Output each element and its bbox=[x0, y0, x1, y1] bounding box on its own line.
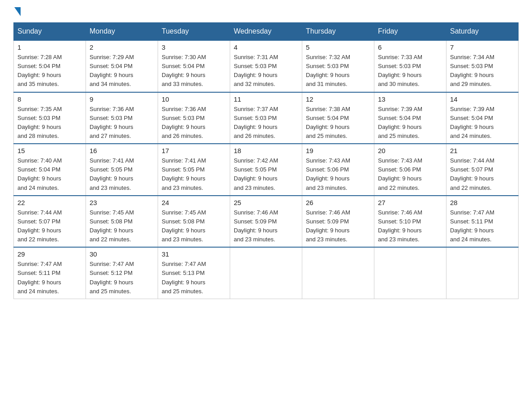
week-row-1: 1Sunrise: 7:28 AMSunset: 5:04 PMDaylight… bbox=[14, 40, 519, 92]
day-cell-4: 4Sunrise: 7:31 AMSunset: 5:03 PMDaylight… bbox=[230, 40, 302, 92]
day-cell-17: 17Sunrise: 7:41 AMSunset: 5:05 PMDayligh… bbox=[158, 144, 230, 196]
day-detail-29: Sunrise: 7:47 AMSunset: 5:11 PMDaylight:… bbox=[17, 260, 82, 296]
day-detail-26: Sunrise: 7:46 AMSunset: 5:09 PMDaylight:… bbox=[306, 208, 370, 244]
header-saturday: Saturday bbox=[446, 23, 519, 41]
day-cell-14: 14Sunrise: 7:39 AMSunset: 5:04 PMDayligh… bbox=[446, 92, 519, 144]
header-sunday: Sunday bbox=[14, 23, 86, 41]
day-cell-21: 21Sunrise: 7:44 AMSunset: 5:07 PMDayligh… bbox=[446, 144, 519, 196]
header-thursday: Thursday bbox=[302, 23, 374, 41]
day-cell-8: 8Sunrise: 7:35 AMSunset: 5:03 PMDaylight… bbox=[14, 92, 86, 144]
header-tuesday: Tuesday bbox=[158, 23, 230, 41]
day-detail-11: Sunrise: 7:37 AMSunset: 5:03 PMDaylight:… bbox=[234, 105, 298, 141]
day-number-25: 25 bbox=[234, 199, 298, 206]
day-cell-20: 20Sunrise: 7:43 AMSunset: 5:06 PMDayligh… bbox=[374, 144, 446, 196]
day-cell-13: 13Sunrise: 7:39 AMSunset: 5:04 PMDayligh… bbox=[374, 92, 446, 144]
day-cell-26: 26Sunrise: 7:46 AMSunset: 5:09 PMDayligh… bbox=[302, 196, 374, 248]
day-cell-16: 16Sunrise: 7:41 AMSunset: 5:05 PMDayligh… bbox=[86, 144, 158, 196]
empty-cell bbox=[302, 247, 374, 299]
day-detail-8: Sunrise: 7:35 AMSunset: 5:03 PMDaylight:… bbox=[17, 105, 82, 141]
day-number-23: 23 bbox=[90, 199, 154, 206]
day-number-29: 29 bbox=[17, 250, 82, 258]
header-monday: Monday bbox=[86, 23, 158, 41]
day-detail-19: Sunrise: 7:43 AMSunset: 5:06 PMDaylight:… bbox=[306, 156, 370, 193]
day-number-14: 14 bbox=[450, 95, 515, 103]
empty-cell bbox=[230, 247, 302, 299]
day-number-12: 12 bbox=[306, 95, 370, 103]
day-cell-22: 22Sunrise: 7:44 AMSunset: 5:07 PMDayligh… bbox=[14, 196, 86, 248]
day-detail-16: Sunrise: 7:41 AMSunset: 5:05 PMDaylight:… bbox=[90, 156, 154, 193]
day-number-11: 11 bbox=[234, 95, 298, 103]
day-detail-21: Sunrise: 7:44 AMSunset: 5:07 PMDaylight:… bbox=[450, 156, 515, 193]
day-detail-24: Sunrise: 7:45 AMSunset: 5:08 PMDaylight:… bbox=[162, 208, 226, 244]
day-number-10: 10 bbox=[162, 95, 226, 103]
day-cell-6: 6Sunrise: 7:33 AMSunset: 5:03 PMDaylight… bbox=[374, 40, 446, 92]
empty-cell bbox=[374, 247, 446, 299]
header-friday: Friday bbox=[374, 23, 446, 41]
week-row-3: 15Sunrise: 7:40 AMSunset: 5:04 PMDayligh… bbox=[14, 144, 519, 196]
day-cell-1: 1Sunrise: 7:28 AMSunset: 5:04 PMDaylight… bbox=[14, 40, 86, 92]
day-number-13: 13 bbox=[378, 95, 442, 103]
day-number-9: 9 bbox=[90, 95, 154, 103]
day-detail-12: Sunrise: 7:38 AMSunset: 5:04 PMDaylight:… bbox=[306, 105, 370, 141]
day-detail-10: Sunrise: 7:36 AMSunset: 5:03 PMDaylight:… bbox=[162, 105, 226, 141]
logo-general-text bbox=[13, 9, 21, 16]
day-cell-12: 12Sunrise: 7:38 AMSunset: 5:04 PMDayligh… bbox=[302, 92, 374, 144]
day-number-26: 26 bbox=[306, 199, 370, 206]
day-detail-7: Sunrise: 7:34 AMSunset: 5:03 PMDaylight:… bbox=[450, 53, 515, 89]
day-number-17: 17 bbox=[162, 147, 226, 154]
day-cell-28: 28Sunrise: 7:47 AMSunset: 5:11 PMDayligh… bbox=[446, 196, 519, 248]
day-cell-27: 27Sunrise: 7:46 AMSunset: 5:10 PMDayligh… bbox=[374, 196, 446, 248]
week-row-4: 22Sunrise: 7:44 AMSunset: 5:07 PMDayligh… bbox=[14, 196, 519, 248]
day-number-1: 1 bbox=[17, 43, 82, 51]
day-detail-6: Sunrise: 7:33 AMSunset: 5:03 PMDaylight:… bbox=[378, 53, 442, 89]
day-detail-23: Sunrise: 7:45 AMSunset: 5:08 PMDaylight:… bbox=[90, 208, 154, 244]
day-number-27: 27 bbox=[378, 199, 442, 206]
day-cell-23: 23Sunrise: 7:45 AMSunset: 5:08 PMDayligh… bbox=[86, 196, 158, 248]
day-cell-11: 11Sunrise: 7:37 AMSunset: 5:03 PMDayligh… bbox=[230, 92, 302, 144]
day-number-22: 22 bbox=[17, 199, 82, 206]
day-cell-3: 3Sunrise: 7:30 AMSunset: 5:04 PMDaylight… bbox=[158, 40, 230, 92]
page-header bbox=[13, 9, 519, 13]
week-row-5: 29Sunrise: 7:47 AMSunset: 5:11 PMDayligh… bbox=[14, 247, 519, 299]
day-detail-28: Sunrise: 7:47 AMSunset: 5:11 PMDaylight:… bbox=[450, 208, 515, 244]
day-number-4: 4 bbox=[234, 43, 298, 51]
day-detail-27: Sunrise: 7:46 AMSunset: 5:10 PMDaylight:… bbox=[378, 208, 442, 244]
day-detail-18: Sunrise: 7:42 AMSunset: 5:05 PMDaylight:… bbox=[234, 156, 298, 193]
day-cell-10: 10Sunrise: 7:36 AMSunset: 5:03 PMDayligh… bbox=[158, 92, 230, 144]
day-detail-31: Sunrise: 7:47 AMSunset: 5:13 PMDaylight:… bbox=[162, 260, 226, 296]
day-number-18: 18 bbox=[234, 147, 298, 154]
day-number-16: 16 bbox=[90, 147, 154, 154]
day-number-28: 28 bbox=[450, 199, 515, 206]
logo bbox=[13, 9, 21, 13]
day-cell-30: 30Sunrise: 7:47 AMSunset: 5:12 PMDayligh… bbox=[86, 247, 158, 299]
day-cell-24: 24Sunrise: 7:45 AMSunset: 5:08 PMDayligh… bbox=[158, 196, 230, 248]
day-detail-1: Sunrise: 7:28 AMSunset: 5:04 PMDaylight:… bbox=[17, 53, 82, 89]
day-cell-25: 25Sunrise: 7:46 AMSunset: 5:09 PMDayligh… bbox=[230, 196, 302, 248]
day-detail-9: Sunrise: 7:36 AMSunset: 5:03 PMDaylight:… bbox=[90, 105, 154, 141]
day-detail-22: Sunrise: 7:44 AMSunset: 5:07 PMDaylight:… bbox=[17, 208, 82, 244]
day-number-5: 5 bbox=[306, 43, 370, 51]
day-cell-2: 2Sunrise: 7:29 AMSunset: 5:04 PMDaylight… bbox=[86, 40, 158, 92]
day-number-19: 19 bbox=[306, 147, 370, 154]
day-detail-2: Sunrise: 7:29 AMSunset: 5:04 PMDaylight:… bbox=[90, 53, 154, 89]
day-detail-5: Sunrise: 7:32 AMSunset: 5:03 PMDaylight:… bbox=[306, 53, 370, 89]
day-cell-29: 29Sunrise: 7:47 AMSunset: 5:11 PMDayligh… bbox=[14, 247, 86, 299]
day-cell-9: 9Sunrise: 7:36 AMSunset: 5:03 PMDaylight… bbox=[86, 92, 158, 144]
day-number-8: 8 bbox=[17, 95, 82, 103]
day-number-2: 2 bbox=[90, 43, 154, 51]
day-number-30: 30 bbox=[90, 250, 154, 258]
empty-cell bbox=[446, 247, 519, 299]
day-detail-25: Sunrise: 7:46 AMSunset: 5:09 PMDaylight:… bbox=[234, 208, 298, 244]
logo-arrow-icon bbox=[14, 7, 21, 16]
day-cell-19: 19Sunrise: 7:43 AMSunset: 5:06 PMDayligh… bbox=[302, 144, 374, 196]
day-detail-3: Sunrise: 7:30 AMSunset: 5:04 PMDaylight:… bbox=[162, 53, 226, 89]
day-number-15: 15 bbox=[17, 147, 82, 154]
day-number-21: 21 bbox=[450, 147, 515, 154]
weekday-header-row: Sunday Monday Tuesday Wednesday Thursday… bbox=[14, 23, 519, 41]
day-detail-17: Sunrise: 7:41 AMSunset: 5:05 PMDaylight:… bbox=[162, 156, 226, 193]
day-detail-30: Sunrise: 7:47 AMSunset: 5:12 PMDaylight:… bbox=[90, 260, 154, 296]
day-cell-15: 15Sunrise: 7:40 AMSunset: 5:04 PMDayligh… bbox=[14, 144, 86, 196]
day-cell-5: 5Sunrise: 7:32 AMSunset: 5:03 PMDaylight… bbox=[302, 40, 374, 92]
header-wednesday: Wednesday bbox=[230, 23, 302, 41]
day-detail-13: Sunrise: 7:39 AMSunset: 5:04 PMDaylight:… bbox=[378, 105, 442, 141]
